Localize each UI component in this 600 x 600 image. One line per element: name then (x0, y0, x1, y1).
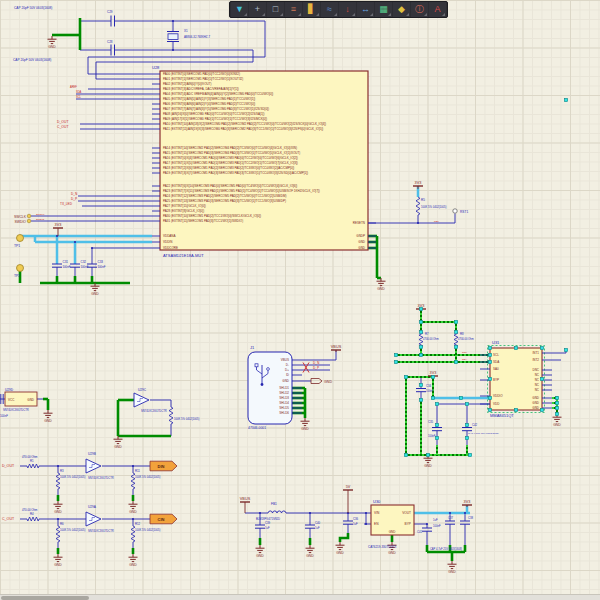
place-part-icon[interactable]: ▋ (303, 2, 320, 17)
place-directive-icon[interactable]: ↓ (339, 2, 356, 17)
c41-ref[interactable]: C41 (417, 530, 422, 534)
usb-connector-j1[interactable]: J147346-0001D_ND_PGND (248, 345, 332, 430)
selection-handle-28[interactable] (465, 436, 468, 439)
selection-handle-29[interactable] (488, 346, 491, 349)
row-buffer-1[interactable] (86, 512, 101, 526)
rst1-label[interactable]: RST1 (460, 210, 468, 214)
cap-ref-2[interactable]: C33 (98, 260, 104, 264)
gnd-symbol[interactable]: GND (448, 561, 457, 574)
selection-handle-9[interactable] (419, 353, 422, 356)
c42-ref[interactable]: C42 (472, 423, 478, 427)
row-buf-ref-0[interactable]: U29B (88, 452, 96, 456)
cap-ref-1[interactable]: C32 (81, 260, 87, 264)
row-port-in-1[interactable]: C_OUT (2, 517, 15, 521)
label-sda[interactable]: SDA (76, 90, 82, 94)
row-buffer-0[interactable] (86, 459, 101, 473)
mcu-net-labels[interactable]: AREFSDASCLD_OUTC_OUTD_ND_PTX_LED (57, 85, 82, 206)
decoupling-caps[interactable]: C31100nFC32100nFC33100nF (52, 260, 106, 269)
accelerometer-u31[interactable]: U31MMA8451QTR74700.00 OhmR84700.00 OhmSC… (416, 332, 545, 438)
power-flag[interactable]: VBUS (331, 345, 342, 352)
selection-handle-31[interactable] (540, 346, 543, 349)
selection-handle-10[interactable] (454, 360, 457, 363)
selection-handle-40[interactable] (555, 406, 558, 409)
j1-part[interactable]: 47346-0001 (248, 426, 266, 430)
label-tx-led[interactable]: TX_LED (60, 202, 73, 206)
selection-handle-12[interactable] (488, 360, 491, 363)
cap-note-2[interactable]: CAP 20pF 50V 0603(1608) (13, 58, 51, 62)
selection-handle-19[interactable] (468, 453, 471, 456)
rst-pad[interactable] (453, 209, 457, 213)
selection-handle-22[interactable] (488, 396, 491, 399)
row-rout-ref-1[interactable]: R12 (135, 522, 141, 526)
c28-ref[interactable]: C28 (107, 40, 113, 44)
fb1-ref[interactable]: FB1 (271, 502, 277, 506)
selection-handle-5[interactable] (454, 330, 457, 333)
x1-ref[interactable]: X1 (184, 29, 188, 33)
selection-handle-39[interactable] (555, 401, 558, 404)
selection-handle-35[interactable] (514, 408, 517, 411)
power-flag[interactable]: 3V3 (53, 223, 63, 236)
gnd-symbol[interactable]: GND (129, 501, 138, 514)
selection-handle-0[interactable] (419, 307, 422, 310)
no-erc-icon[interactable]: ⓘ (411, 2, 428, 17)
place-tag-icon[interactable]: ◆ (393, 2, 410, 17)
gnd-symbol[interactable]: GND (377, 278, 386, 291)
port-swclk[interactable]: SWCLK (14, 215, 27, 219)
selection-handle-3[interactable] (419, 330, 422, 333)
r5-ref[interactable]: R5 (421, 198, 425, 202)
gnd-symbol[interactable]: GND (256, 545, 265, 558)
cap-note-1[interactable]: CAP 20pF 50V 0603(1608) (14, 6, 52, 10)
r8-ref[interactable]: R8 (460, 332, 464, 336)
c29-ref[interactable]: C29 (107, 10, 113, 14)
selection-handle-33[interactable] (540, 377, 543, 380)
u29c-ref[interactable]: U29C (138, 388, 147, 392)
selection-handle-1[interactable] (419, 320, 422, 323)
label-scl[interactable]: SCL (76, 95, 82, 99)
net-color-icon[interactable]: ▦ (375, 2, 392, 17)
buffer-section[interactable]: U29DVCCGNDSN74LVC3G17DCTR100nFU29CSN74LV… (0, 388, 200, 425)
label-c-out[interactable]: C_OUT (57, 125, 69, 129)
selection-handle-32[interactable] (488, 377, 491, 380)
gnd-symbol[interactable]: GND (44, 410, 53, 423)
gnd-symbol[interactable]: GND (336, 542, 345, 555)
mcu-part[interactable]: ATSAMD21E18A-MUT (163, 253, 204, 258)
selection-handle-13[interactable] (404, 375, 407, 378)
gnd-symbol[interactable]: GND (424, 455, 433, 468)
gnd-symbol[interactable]: GND (54, 554, 63, 567)
selection-handle-30[interactable] (514, 346, 517, 349)
gnd-symbol[interactable]: GND (54, 501, 63, 514)
row-rout-ref-0[interactable]: R11 (135, 469, 140, 473)
signal-harness-icon[interactable]: ≈ (321, 2, 338, 17)
filter-icon[interactable]: ▼ (231, 2, 248, 17)
horizontal-scrollbar[interactable] (0, 594, 600, 600)
selection-handle-16[interactable] (419, 398, 422, 401)
gnd-symbol[interactable]: GND (306, 545, 315, 558)
swd-ports[interactable]: SWCLKSWCLKSWDIOSWDIO (14, 213, 45, 224)
align-icon[interactable]: ≡ (285, 2, 302, 17)
gnd-symbol[interactable]: GND (114, 436, 123, 449)
row-buf-ref-1[interactable]: U29A (88, 505, 97, 509)
selection-handle-41[interactable] (555, 412, 558, 415)
text-string-icon[interactable]: A (429, 2, 446, 17)
selection-handle-8[interactable] (394, 360, 397, 363)
gnd-symbol[interactable]: GND (48, 36, 57, 49)
c39-ref[interactable]: C39 (265, 521, 271, 525)
selection-handle-27[interactable] (465, 423, 468, 426)
c36-ref[interactable]: C36 (353, 517, 359, 521)
selection-handle-36[interactable] (540, 408, 543, 411)
gnd-symbol[interactable]: GND (301, 418, 310, 431)
move-icon[interactable]: + (249, 2, 266, 17)
test-points[interactable]: TP1TP2 (14, 235, 24, 278)
x1-part[interactable]: AB806-32.768KHZ-T (184, 35, 210, 39)
gnd-symbol[interactable]: GND (91, 283, 100, 296)
selection-handle-23[interactable] (435, 402, 438, 405)
selection-handle-7[interactable] (394, 353, 397, 356)
selection-handle-18[interactable] (426, 453, 429, 456)
row-port-in-0[interactable]: D_OUT (2, 464, 15, 468)
selection-handle-6[interactable] (454, 345, 457, 348)
tp1-pad[interactable] (17, 235, 24, 242)
gnd-symbol[interactable]: GND (553, 414, 562, 427)
tp2-pad[interactable] (17, 265, 24, 272)
label-d-out[interactable]: D_OUT (57, 120, 69, 124)
power-flag[interactable]: 5V (343, 485, 353, 513)
